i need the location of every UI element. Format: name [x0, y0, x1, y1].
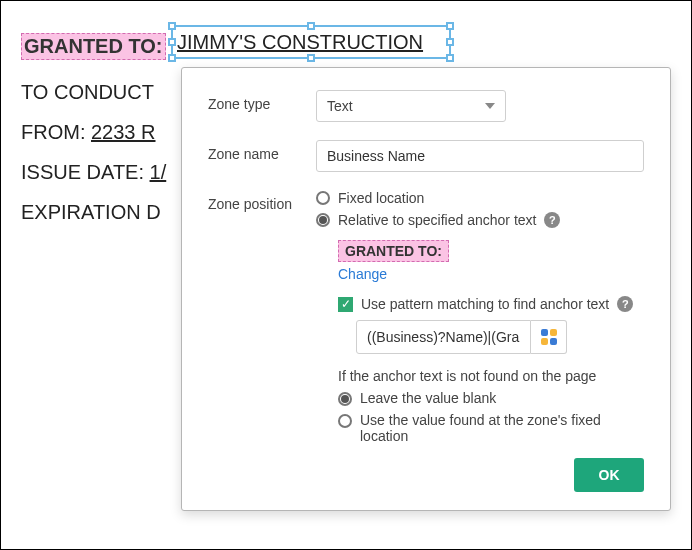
help-icon[interactable]: ? — [617, 296, 633, 312]
resize-handle[interactable] — [446, 38, 454, 46]
resize-handle[interactable] — [168, 38, 176, 46]
help-icon[interactable]: ? — [544, 212, 560, 228]
radio-leave-blank[interactable] — [338, 392, 352, 406]
resize-handle[interactable] — [307, 54, 315, 62]
radio-fixed-location[interactable] — [316, 191, 330, 205]
change-anchor-link[interactable]: Change — [338, 266, 644, 282]
radio-relative-anchor-label: Relative to specified anchor text — [338, 212, 536, 228]
radio-fixed-location-label: Fixed location — [338, 190, 424, 206]
radio-relative-anchor[interactable] — [316, 213, 330, 227]
resize-handle[interactable] — [446, 54, 454, 62]
resize-handle[interactable] — [307, 22, 315, 30]
document-line: EXPIRATION D — [21, 201, 161, 224]
zone-settings-popover: Zone type Text Zone name Zone position F… — [181, 67, 671, 511]
radio-leave-blank-label: Leave the value blank — [360, 390, 496, 406]
pattern-picker-button[interactable] — [531, 320, 567, 354]
zone-type-select[interactable]: Text — [316, 90, 506, 122]
anchor-text-badge: GRANTED TO: — [338, 240, 449, 262]
grid-icon — [541, 329, 557, 345]
pattern-input[interactable] — [356, 320, 531, 354]
not-found-heading: If the anchor text is not found on the p… — [338, 368, 644, 384]
resize-handle[interactable] — [168, 54, 176, 62]
document-line: FROM: 2233 R — [21, 121, 156, 144]
use-pattern-checkbox[interactable]: ✓ — [338, 297, 353, 312]
ok-button[interactable]: OK — [574, 458, 644, 492]
zone-name-input[interactable] — [316, 140, 644, 172]
resize-handle[interactable] — [446, 22, 454, 30]
document-line: TO CONDUCT — [21, 81, 154, 104]
chevron-down-icon — [485, 103, 495, 109]
anchor-highlight-granted-to: GRANTED TO: — [21, 33, 166, 60]
zone-selected-text: JIMMY'S CONSTRUCTION — [177, 31, 423, 54]
use-pattern-label: Use pattern matching to find anchor text — [361, 296, 609, 312]
zone-selection[interactable]: JIMMY'S CONSTRUCTION — [171, 25, 451, 59]
zone-type-label: Zone type — [208, 90, 316, 112]
document-line: ISSUE DATE: 1/ — [21, 161, 166, 184]
zone-position-label: Zone position — [208, 190, 316, 212]
radio-use-fixed-label: Use the value found at the zone's fixed … — [360, 412, 644, 444]
resize-handle[interactable] — [168, 22, 176, 30]
zone-name-label: Zone name — [208, 140, 316, 162]
zone-type-value: Text — [327, 98, 353, 114]
radio-use-fixed[interactable] — [338, 414, 352, 428]
